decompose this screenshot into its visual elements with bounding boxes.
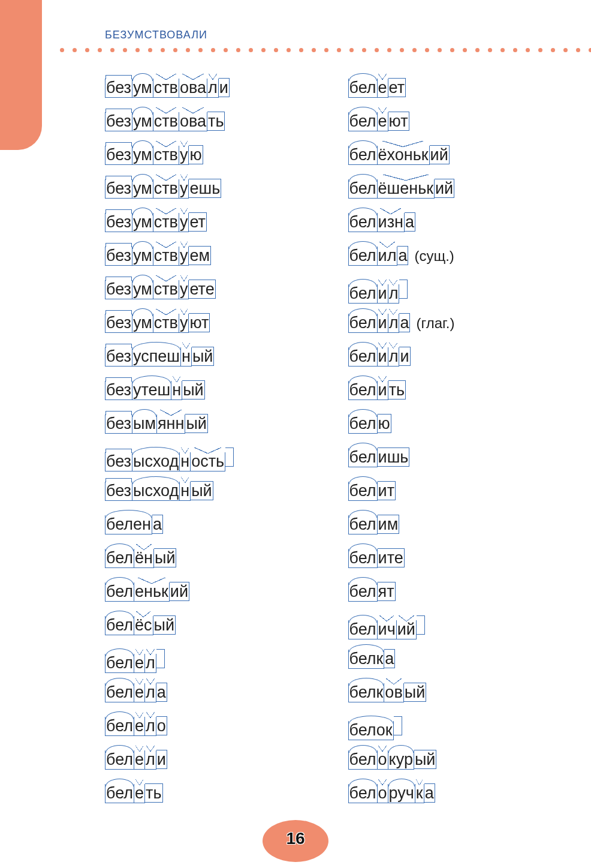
- word-entry: белена: [105, 515, 312, 539]
- morpheme-root: утеш: [132, 381, 171, 400]
- morpheme-word: белёный: [105, 548, 176, 568]
- word-entry: белеет: [348, 78, 556, 102]
- morpheme-word: белила: [348, 246, 409, 266]
- word-entry: белим: [348, 515, 556, 539]
- word-entry: белела: [105, 683, 312, 707]
- morpheme-root: белк: [348, 683, 385, 702]
- morpheme-suffix: л: [145, 717, 156, 736]
- word-entry: безумствую: [105, 145, 312, 169]
- word-entry: белеют: [348, 112, 556, 136]
- morpheme-word: белите: [348, 548, 405, 568]
- morpheme-word: белили: [348, 347, 411, 367]
- morpheme-root: ум: [132, 146, 153, 165]
- word-entry: белили: [348, 347, 556, 371]
- morpheme-root: ысход: [132, 452, 180, 471]
- morpheme-word: белела: [105, 683, 167, 702]
- morpheme-root: белен: [105, 515, 152, 534]
- morpheme-suffix: ств: [153, 79, 179, 98]
- morpheme-ending: и: [156, 750, 167, 769]
- morpheme-ending: и: [399, 347, 410, 366]
- morpheme-suffix: ёшеньк: [378, 179, 435, 199]
- word-entry: беличий: [348, 615, 556, 639]
- word-entry: белёсый: [105, 615, 312, 639]
- page-number-text: 16: [263, 829, 328, 848]
- word-entry: белят: [348, 582, 556, 606]
- morpheme-root: белк: [348, 650, 385, 669]
- morpheme-suffix: ич: [378, 620, 397, 639]
- morpheme-suffix: н: [180, 452, 191, 471]
- morpheme-ending: ть: [207, 112, 225, 131]
- morpheme-ending: ет: [388, 78, 406, 97]
- morpheme-suffix: н: [171, 381, 182, 400]
- morpheme-ending: ите: [378, 548, 405, 567]
- morpheme-null: [399, 280, 408, 299]
- morpheme-prefix: без: [105, 347, 132, 367]
- morpheme-word: белка: [348, 649, 396, 669]
- morpheme-word: белел: [105, 649, 165, 673]
- morpheme-ending: а: [397, 246, 408, 265]
- morpheme-root: ум: [132, 79, 153, 98]
- morpheme-ending: ют: [189, 313, 210, 332]
- morpheme-root: бел: [348, 284, 378, 304]
- morpheme-suffix: ств: [153, 213, 179, 232]
- morpheme-word: безуспешный: [105, 347, 214, 367]
- word-entry: белок: [348, 716, 556, 740]
- morpheme-word: безумствуете: [105, 280, 216, 299]
- morpheme-root: бел: [348, 347, 378, 367]
- word-entry: безысходность: [105, 447, 312, 471]
- morpheme-word: безумствуем: [105, 246, 211, 266]
- morpheme-word: белеют: [348, 112, 409, 131]
- morpheme-word: безумствует: [105, 212, 207, 232]
- morpheme-root: бел: [348, 482, 378, 501]
- morpheme-ending: а: [405, 212, 415, 232]
- morpheme-word: белят: [348, 582, 396, 602]
- morpheme-word: белёшенький: [348, 179, 455, 199]
- word-entry: белокурый: [348, 750, 556, 774]
- morpheme-word: белить: [348, 380, 406, 400]
- morpheme-null: [156, 649, 165, 668]
- part-of-speech-note: (глаг.): [416, 315, 454, 332]
- page: БЕЗУМСТВОВАЛИ безумствовалибезумствовать…: [0, 0, 591, 868]
- morpheme-word: безымянный: [105, 414, 208, 434]
- page-number: 16: [263, 796, 328, 862]
- morpheme-word: безумствовали: [105, 78, 230, 98]
- morpheme-suffix: л: [388, 347, 400, 367]
- morpheme-suffix: ств: [153, 280, 179, 299]
- morpheme-word: белёхонький: [348, 145, 450, 165]
- morpheme-suffix: ость: [191, 452, 225, 471]
- word-entry: белить: [348, 380, 556, 404]
- morpheme-prefix: без: [105, 314, 132, 333]
- word-entry: безумствуешь: [105, 179, 312, 203]
- morpheme-suffix: ёхоньк: [378, 146, 430, 165]
- morpheme-root: бел: [348, 79, 378, 98]
- morpheme-word: белим: [348, 515, 400, 534]
- morpheme-suffix: и: [378, 314, 388, 333]
- morpheme-suffix: у: [179, 280, 189, 299]
- morpheme-suffix: ств: [153, 112, 179, 131]
- morpheme-root: бел: [348, 515, 378, 534]
- morpheme-suffix: ств: [153, 179, 179, 199]
- morpheme-suffix: н: [181, 347, 192, 367]
- morpheme-suffix: и: [378, 381, 388, 400]
- word-entry: безумствует: [105, 212, 312, 236]
- word-entry: белоручка: [348, 783, 556, 807]
- morpheme-ending: ий: [170, 582, 189, 601]
- morpheme-suffix: е: [134, 654, 145, 673]
- morpheme-null: [225, 447, 234, 467]
- morpheme-ending: ть: [145, 783, 162, 803]
- word-entry: белила(сущ.): [348, 246, 556, 270]
- morpheme-prefix: без: [105, 247, 132, 266]
- morpheme-root: бел: [348, 582, 378, 602]
- morpheme-suffix: к: [415, 784, 424, 803]
- morpheme-suffix: ил: [378, 247, 398, 266]
- morpheme-root: ум: [132, 280, 153, 299]
- morpheme-suffix: о: [378, 750, 388, 770]
- morpheme-word: безутешный: [105, 380, 205, 400]
- morpheme-suffix: е: [378, 112, 388, 131]
- word-columns: безумствовалибезумствоватьбезумствуюбезу…: [105, 78, 555, 808]
- morpheme-ending: ый: [182, 380, 205, 400]
- word-entry: белёхонький: [348, 145, 556, 169]
- morpheme-suffix: янн: [157, 415, 185, 434]
- morpheme-suffix: у: [179, 314, 189, 333]
- morpheme-suffix: л: [145, 683, 156, 702]
